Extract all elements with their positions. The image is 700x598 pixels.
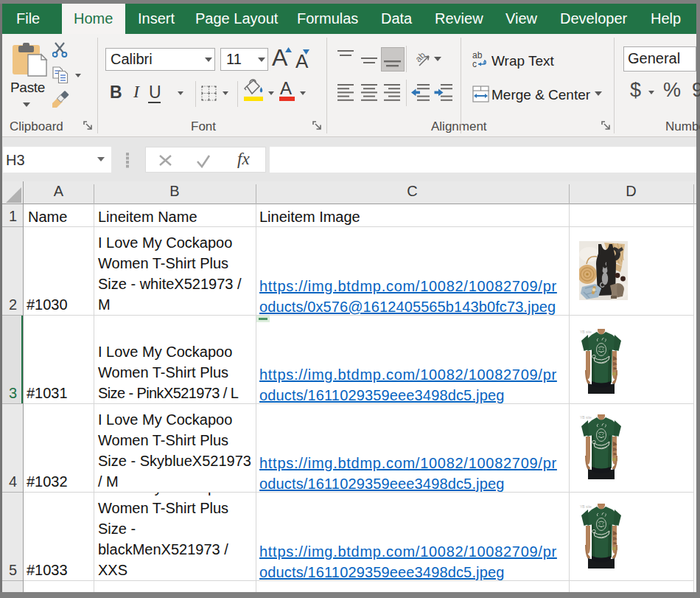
svg-text:c: c: [472, 59, 477, 69]
